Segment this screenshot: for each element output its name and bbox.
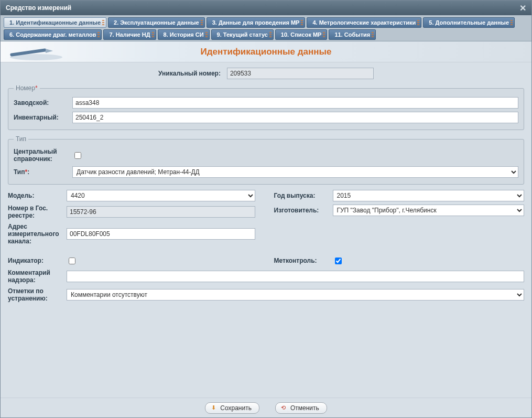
tab-3-mr-data[interactable]: 3. Данные для проведения МР: [207, 17, 306, 28]
tab-7-nd[interactable]: 7. Наличие НД: [103, 29, 156, 40]
label-channel: Адрес измерительного канала:: [8, 223, 60, 245]
label-metcontrol: Метконтроль:: [274, 257, 327, 264]
label-manufacturer: Изготовитель:: [274, 207, 327, 214]
inventory-input[interactable]: [72, 112, 518, 123]
group-type: Тип Центральный справочник: Тип*: Датчик…: [8, 135, 524, 185]
tab-1-identification[interactable]: 1. Идентификационные данные: [4, 17, 106, 28]
legend-type: Тип: [14, 135, 28, 143]
group-number: Номер* Заводской: Инвентарный:: [8, 84, 524, 130]
label-factory: Заводской:: [14, 99, 66, 106]
metcontrol-checkbox[interactable]: [335, 258, 342, 264]
label-registry: Номер в Гос. реестре:: [8, 205, 60, 220]
form-content: Уникальный номер: 209533 Номер* Заводско…: [1, 62, 531, 398]
label-supervision: Комментарий надзора:: [8, 269, 60, 284]
tab-6-precious-metals[interactable]: 6. Содержание драг. металлов: [4, 29, 102, 40]
cancel-icon: ⟲: [280, 404, 287, 412]
label-central-ref: Центральный справочник:: [14, 148, 66, 163]
banner: Идентификационные данные: [1, 41, 531, 62]
year-select[interactable]: 2015: [333, 190, 525, 201]
model-select[interactable]: 4420: [67, 190, 255, 201]
remarks-select[interactable]: Комментарии отсутствуют: [67, 289, 524, 301]
svg-marker-2: [46, 49, 53, 53]
tab-11-events[interactable]: 11. События: [329, 29, 376, 40]
save-button[interactable]: ⬇ Сохранить: [205, 402, 259, 414]
window-root: Средство измерений ✕ 1. Идентификационны…: [0, 0, 532, 418]
pen-icon: [5, 44, 62, 60]
titlebar: Средство измерений ✕: [1, 1, 531, 15]
legend-number: Номер*: [14, 84, 40, 92]
tab-10-mr-list[interactable]: 10. Список МР: [275, 29, 328, 40]
label-year: Год выпуска:: [274, 192, 327, 199]
tabbar: 1. Идентификационные данные 2. Эксплуата…: [1, 15, 531, 41]
tab-9-status[interactable]: 9. Текущий статус: [211, 29, 274, 40]
close-icon[interactable]: ✕: [519, 3, 526, 13]
section-title: Идентификационные данные: [200, 47, 331, 57]
supervision-input[interactable]: [67, 271, 524, 282]
registry-field: 15572-96: [67, 206, 255, 218]
type-select[interactable]: Датчик разности давлений; Метран-44-ДД: [72, 166, 518, 178]
cancel-button[interactable]: ⟲ Отменить: [275, 402, 327, 414]
label-inventory: Инвентарный:: [14, 114, 66, 121]
label-remarks: Отметки по устранению:: [8, 287, 60, 303]
window-title: Средство измерений: [6, 4, 71, 12]
channel-input[interactable]: [67, 228, 255, 240]
tab-8-history[interactable]: 8. История СИ: [158, 29, 210, 40]
factory-input[interactable]: [72, 97, 518, 109]
indicator-checkbox[interactable]: [69, 258, 75, 264]
unique-id-field: 209533: [227, 68, 374, 79]
label-unique-id: Уникальный номер:: [158, 70, 221, 77]
central-ref-checkbox[interactable]: [74, 152, 81, 159]
label-indicator: Индикатор:: [8, 257, 60, 264]
tab-5-additional[interactable]: 5. Дополнительные данные: [423, 17, 515, 28]
label-type: Тип*:: [14, 168, 66, 176]
tab-4-metrological[interactable]: 4. Метрологические характеристики: [307, 17, 421, 28]
save-icon: ⬇: [210, 404, 217, 412]
footer: ⬇ Сохранить ⟲ Отменить: [1, 398, 531, 417]
manufacturer-select[interactable]: ГУП "Завод "Прибор", г.Челябинск: [333, 205, 525, 216]
label-model: Модель:: [8, 192, 60, 199]
tab-2-operational[interactable]: 2. Эксплуатационные данные: [108, 17, 205, 28]
